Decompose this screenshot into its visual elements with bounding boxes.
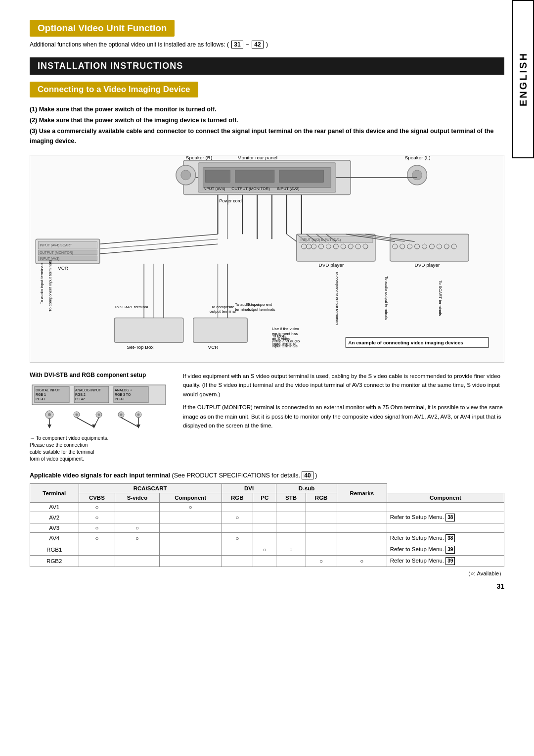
svg-text:RGB 3 TO: RGB 3 TO	[115, 393, 131, 396]
instruction-2: (2) Make sure that the power switch of t…	[30, 115, 504, 125]
instruction-3: (3) Use a commercially available cable a…	[30, 126, 504, 146]
svg-text:An example of connecting video: An example of connecting video imaging d…	[348, 340, 463, 345]
svg-text:PC 41: PC 41	[36, 397, 45, 401]
table-row: AV1 ○ ○	[30, 503, 504, 512]
svg-line-66	[100, 244, 218, 254]
av3-rgb	[222, 523, 253, 533]
av3-comp-dsub	[337, 523, 387, 533]
svg-text:DVD player: DVD player	[319, 262, 344, 268]
rgb2-svideo	[115, 556, 159, 567]
rgb1-cvbs	[79, 544, 115, 556]
svg-text:Speaker (R): Speaker (R)	[186, 155, 213, 160]
badge-39a: 39	[445, 546, 455, 554]
rgb1-pc: ○	[253, 544, 276, 556]
svg-rect-53	[193, 318, 247, 342]
signal-table: Terminal RCA/SCART DVI D-sub Remarks CVB…	[30, 483, 504, 567]
sub-cvbs: CVBS	[79, 493, 115, 503]
svg-rect-11	[235, 170, 274, 183]
svg-text:To audio input terminals: To audio input terminals	[40, 263, 44, 304]
installation-header: INSTALLATION INSTRUCTIONS	[30, 57, 504, 75]
av2-svideo	[115, 512, 159, 523]
svg-line-65	[100, 239, 218, 249]
rgb2-comp-dsub: ○	[337, 556, 387, 567]
av2-pc	[253, 512, 276, 523]
svg-point-121	[120, 414, 123, 416]
svg-text:OUTPUT (MONITOR): OUTPUT (MONITOR)	[231, 187, 270, 191]
av3-remarks	[387, 523, 504, 533]
sub-component: Component	[159, 493, 222, 503]
svg-text:To component: To component	[247, 302, 272, 307]
badge-31: 31	[231, 41, 243, 48]
applicable-line: Applicable video signals for each input …	[30, 472, 504, 479]
table-row: RGB2 ○ ○ Refer to Setup Menu. 39	[30, 556, 504, 567]
svg-text:DVD player: DVD player	[415, 262, 440, 268]
note-2: If the OUTPUT (MONITOR) terminal is conn…	[183, 403, 504, 430]
sub-stb: STB	[276, 493, 306, 503]
av1-svideo	[115, 503, 159, 512]
connecting-header: Connecting to a Video Imaging Device	[30, 82, 198, 97]
av2-comp-dsub	[337, 512, 387, 523]
terminal-av3: AV3	[30, 523, 79, 533]
rgb1-svideo	[115, 544, 159, 556]
rgb1-comp-dsub	[337, 544, 387, 556]
svg-text:output terminals: output terminals	[247, 307, 275, 312]
svg-text:output terminal: output terminal	[210, 309, 236, 314]
table-row: AV2 ○ ○ Refer to Setup Menu. 38	[30, 512, 504, 523]
svg-text:Set-Top Box: Set-Top Box	[127, 344, 153, 350]
dvi-stb-title: With DVI-STB and RGB component setup	[30, 372, 168, 378]
av3-svideo: ○	[115, 523, 159, 533]
svg-text:INPUT (AV4) SCART: INPUT (AV4) SCART	[40, 243, 72, 247]
svg-text:INPUT (AV4): INPUT (AV4)	[203, 187, 225, 191]
svg-point-7	[412, 170, 422, 180]
svg-text:VCR: VCR	[58, 265, 68, 271]
av3-rgb-dsub	[306, 523, 337, 533]
svg-text:To SCART terminals: To SCART terminals	[438, 281, 443, 316]
table-row: AV3 ○ ○	[30, 523, 504, 533]
badge-42: 42	[252, 41, 263, 48]
svg-text:input terminal: input terminal	[272, 341, 296, 346]
av1-rgb	[222, 503, 253, 512]
svg-text:VCR: VCR	[208, 344, 219, 350]
av4-cvbs: ○	[79, 533, 115, 544]
svg-rect-10	[206, 170, 230, 183]
badge-38a: 38	[445, 514, 455, 521]
av1-component: ○	[159, 503, 222, 512]
svg-text:Use if the video: Use if the video	[272, 327, 299, 331]
badge-39b: 39	[445, 557, 455, 565]
col-terminal: Terminal	[30, 484, 79, 503]
table-row: RGB1 ○ ○ Refer to Setup Menu. 39	[30, 544, 504, 556]
rgb2-cvbs	[79, 556, 115, 567]
av1-rgb-dsub	[306, 503, 337, 512]
svg-text:PC 43: PC 43	[115, 397, 125, 401]
sub-rgb-rca: RGB	[222, 493, 253, 503]
suffix: )	[266, 41, 268, 48]
svg-text:an S video: an S video	[272, 336, 291, 341]
av1-comp-dsub	[337, 503, 387, 512]
col-dvi: DVI	[222, 484, 276, 493]
av4-svideo: ○	[115, 533, 159, 544]
svg-text:Monitor rear panel: Monitor rear panel	[237, 155, 277, 160]
svg-line-125	[77, 418, 94, 427]
av2-rgb-dsub	[306, 512, 337, 523]
rgb1-remarks: Refer to Setup Menu. 39	[387, 544, 504, 556]
rgb1-component	[159, 544, 222, 556]
terminal-av4: AV4	[30, 533, 79, 544]
rgb2-component	[159, 556, 222, 567]
svg-text:INPUT (AV2)   INPUT (AV1): INPUT (AV2) INPUT (AV1)	[301, 238, 341, 242]
table-row: AV4 ○ ○ ○ Refer to Setup Menu. 38	[30, 533, 504, 544]
rgb1-stb: ○	[276, 544, 306, 556]
rgb2-rgb-dsub: ○	[306, 556, 337, 567]
rgb2-pc	[253, 556, 276, 567]
rgb1-rgb-dsub	[306, 544, 337, 556]
diagram-area: Monitor rear panel Speaker (R) Speaker (…	[30, 155, 504, 363]
dvi-stb-section: With DVI-STB and RGB component setup DIG…	[30, 372, 504, 463]
component-label: → To component video equipments. Please …	[30, 435, 168, 463]
dvi-stb-left: With DVI-STB and RGB component setup DIG…	[30, 372, 168, 463]
badge-40: 40	[302, 472, 313, 479]
col-rca-scart: RCA/SCART	[79, 484, 222, 493]
svg-point-123	[137, 414, 140, 416]
av2-remarks: Refer to Setup Menu. 38	[387, 512, 504, 523]
svg-point-119	[98, 414, 100, 416]
terminal-rgb2: RGB2	[30, 556, 79, 567]
tilde: ~	[246, 41, 251, 48]
